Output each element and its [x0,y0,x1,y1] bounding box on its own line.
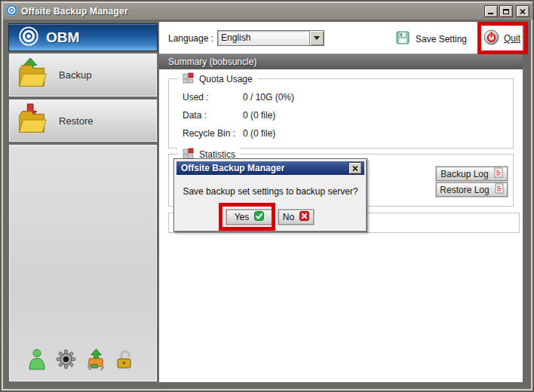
deploy-icon[interactable] [85,348,107,372]
obm-logo-text: OBM [46,29,79,46]
quota-row-value: 0 (0 file) [243,110,275,121]
confirm-dialog: Offsite Backup Manager Save backup set s… [173,158,367,232]
yes-button[interactable]: Yes [226,210,272,225]
dialog-title: Offsite Backup Manager [181,163,284,173]
quota-usage-legend: Quota Usage [178,72,257,86]
quota-usage-legend-text: Quota Usage [199,74,253,84]
chevron-down-icon [314,36,320,40]
quota-row-label: Used : [183,92,243,103]
restore-folder-icon [16,103,49,139]
power-icon [483,29,499,47]
quota-row-value: 0 / 10G (0%) [243,92,294,103]
sidebar-item-backup[interactable]: Backup [8,53,158,97]
sidebar-item-restore[interactable]: Restore [8,99,158,142]
dialog-close-button[interactable] [348,162,362,174]
quit-label: Quit [504,33,520,44]
dialog-message: Save backup set settings to backup serve… [174,186,367,197]
obm-header-panel: OBM [8,23,158,51]
close-icon [352,166,358,171]
summary-header-text: Summary (bobsuncle) [168,57,256,67]
quota-row-data: Data : 0 (0 file) [183,106,294,124]
sidebar-item-label: Backup [59,69,91,81]
quota-row-recycle-bin: Recycle Bin : 0 (0 file) [183,124,294,142]
close-button[interactable] [516,5,529,17]
quota-grid-icon [183,72,194,86]
sidebar-bottom-panel [8,144,158,382]
dialog-title-bar[interactable]: Offsite Backup Manager [176,161,364,175]
no-button[interactable]: No [278,210,314,225]
close-icon [520,9,526,14]
backup-log-label: Backup Log [440,169,488,179]
no-button-label: No [283,212,294,222]
quota-usage-fieldset: Quota Usage Used : 0 / 10G (0%) Data : 0… [168,78,514,149]
document-icon [495,183,504,196]
padlock-icon[interactable] [115,349,134,372]
sidebar-item-label: Restore [59,115,94,127]
backup-log-button[interactable]: Backup Log [436,167,508,181]
dropdown-arrow-button[interactable] [309,31,324,45]
save-setting-button[interactable]: Save Setting [396,31,467,47]
summary-header: Summary (bobsuncle) [159,54,523,69]
minimize-icon [488,9,494,14]
app-window: Offsite Backup Manager OBM [0,0,534,392]
language-select[interactable]: English [217,30,324,46]
quota-row-value: 0 (0 file) [243,128,275,139]
save-setting-label: Save Setting [416,34,467,44]
quota-row-used: Used : 0 / 10G (0%) [183,88,294,106]
maximize-icon [503,9,509,14]
document-icon [494,167,503,180]
language-selected-value: English [218,31,309,45]
backup-folder-icon [16,57,49,93]
cross-icon [299,211,309,223]
maximize-button[interactable] [499,5,513,17]
restore-log-button[interactable]: Restore Log [436,182,508,197]
app-logo-icon [6,5,17,18]
quota-row-label: Recycle Bin : [183,128,243,139]
gear-icon[interactable] [55,348,77,372]
floppy-disk-icon [396,31,410,47]
check-icon [254,211,264,223]
user-icon[interactable] [27,348,47,372]
quota-row-label: Data : [183,110,243,121]
title-bar[interactable]: Offsite Backup Manager [3,3,532,20]
quit-button[interactable]: Quit [483,29,520,47]
restore-log-label: Restore Log [440,185,489,195]
obm-logo-icon [18,26,39,49]
window-title: Offsite Backup Manager [21,6,128,17]
yes-button-label: Yes [235,212,250,222]
minimize-button[interactable] [484,5,498,17]
language-label: Language : [168,33,213,44]
